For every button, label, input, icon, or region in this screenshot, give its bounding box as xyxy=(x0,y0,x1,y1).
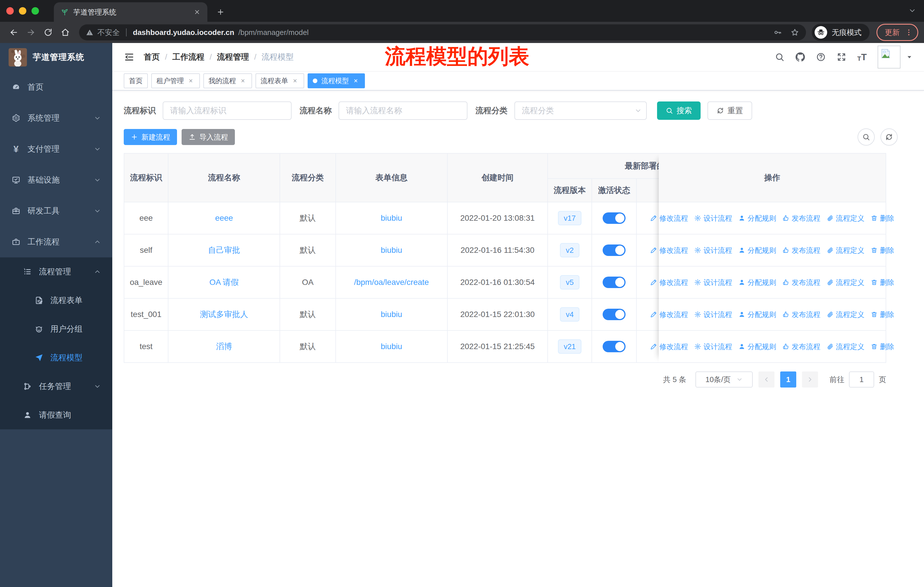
action-design-link[interactable]: 设计流程 xyxy=(694,213,732,223)
avatar[interactable] xyxy=(878,46,901,68)
version-badge[interactable]: v4 xyxy=(560,307,579,322)
action-design-link[interactable]: 设计流程 xyxy=(694,310,732,319)
breadcrumb-item[interactable]: 首页 xyxy=(144,51,160,63)
action-publish-link[interactable]: 发布流程 xyxy=(782,342,820,351)
form-info-link[interactable]: /bpm/oa/leave/create xyxy=(354,278,429,287)
action-delete-link[interactable]: 删除 xyxy=(871,278,894,287)
url-bar[interactable]: 不安全 dashboard.yudao.iocoder.cn/bpm/manag… xyxy=(79,24,806,40)
tag-home[interactable]: 首页 xyxy=(124,73,148,88)
active-toggle[interactable] xyxy=(602,341,625,352)
breadcrumb-item[interactable]: 工作流程 xyxy=(172,51,205,63)
tag-tenant[interactable]: 租户管理 × xyxy=(151,73,200,88)
sidebar-item-workflow[interactable]: 工作流程 xyxy=(0,227,112,257)
action-assign-user-link[interactable]: 分配规则 xyxy=(738,310,776,319)
tag-close-icon[interactable]: × xyxy=(187,77,195,85)
forward-button[interactable] xyxy=(23,24,39,40)
action-design-link[interactable]: 设计流程 xyxy=(694,246,732,255)
process-name-link[interactable]: 自己审批 xyxy=(208,246,240,255)
reload-button[interactable] xyxy=(40,24,56,40)
process-name-link[interactable]: eeee xyxy=(215,213,233,222)
toggle-search-button[interactable] xyxy=(858,128,875,146)
action-publish-link[interactable]: 发布流程 xyxy=(782,213,820,223)
tab-close-icon[interactable] xyxy=(193,7,201,17)
next-page-button[interactable] xyxy=(802,372,818,387)
action-assign-user-link[interactable]: 分配规则 xyxy=(738,278,776,287)
form-info-link[interactable]: biubiu xyxy=(381,310,402,319)
tag-my-process[interactable]: 我的流程 × xyxy=(203,73,252,88)
sidebar-item-payment[interactable]: ¥支付管理 xyxy=(0,134,112,165)
window-zoom-button[interactable] xyxy=(31,7,39,15)
action-edit-link[interactable]: 修改流程 xyxy=(650,310,688,319)
process-name-link[interactable]: 滔博 xyxy=(216,342,232,351)
tag-process-form[interactable]: 流程表单 × xyxy=(256,73,304,88)
sidebar-item-process-form[interactable]: 流程表单 xyxy=(0,286,112,315)
github-icon[interactable] xyxy=(795,52,805,62)
sidebar-item-process-mgmt[interactable]: 流程管理 xyxy=(0,257,112,286)
action-design-link[interactable]: 设计流程 xyxy=(694,278,732,287)
action-delete-link[interactable]: 删除 xyxy=(871,310,894,319)
action-definition-link[interactable]: 流程定义 xyxy=(827,246,865,255)
fullscreen-icon[interactable] xyxy=(837,52,846,62)
action-edit-link[interactable]: 修改流程 xyxy=(650,213,688,223)
action-delete-link[interactable]: 删除 xyxy=(871,213,894,223)
action-assign-user-link[interactable]: 分配规则 xyxy=(738,342,776,351)
window-close-button[interactable] xyxy=(6,7,14,15)
version-badge[interactable]: v5 xyxy=(560,275,579,289)
action-publish-link[interactable]: 发布流程 xyxy=(782,246,820,255)
form-info-link[interactable]: biubiu xyxy=(381,246,402,255)
action-publish-link[interactable]: 发布流程 xyxy=(782,310,820,319)
prev-page-button[interactable] xyxy=(759,372,774,387)
action-definition-link[interactable]: 流程定义 xyxy=(827,342,865,351)
process-name-link[interactable]: 测试多审批人 xyxy=(200,310,248,319)
back-button[interactable] xyxy=(6,24,22,40)
sidebar-item-system[interactable]: 系统管理 xyxy=(0,103,112,134)
version-badge[interactable]: v17 xyxy=(558,211,581,225)
browser-menu-kebab-icon[interactable] xyxy=(905,28,913,36)
action-delete-link[interactable]: 删除 xyxy=(871,342,894,351)
browser-update-button[interactable]: 更新 xyxy=(876,24,918,41)
sidebar-item-home[interactable]: 首页 xyxy=(0,72,112,103)
tab-search-caret-icon[interactable] xyxy=(909,7,916,14)
action-assign-user-link[interactable]: 分配规则 xyxy=(738,246,776,255)
home-button[interactable] xyxy=(57,24,73,40)
action-edit-link[interactable]: 修改流程 xyxy=(650,342,688,351)
active-toggle[interactable] xyxy=(602,309,625,320)
active-toggle[interactable] xyxy=(602,276,625,288)
action-delete-link[interactable]: 删除 xyxy=(871,246,894,255)
action-definition-link[interactable]: 流程定义 xyxy=(827,278,865,287)
sidebar-item-task-mgmt[interactable]: 任务管理 xyxy=(0,372,112,401)
font-size-icon[interactable]: TT xyxy=(857,52,867,63)
version-badge[interactable]: v21 xyxy=(558,339,581,354)
action-publish-link[interactable]: 发布流程 xyxy=(782,278,820,287)
action-definition-link[interactable]: 流程定义 xyxy=(827,310,865,319)
search-icon[interactable] xyxy=(775,52,784,62)
sidebar-item-devtools[interactable]: 研发工具 xyxy=(0,195,112,227)
create-process-button[interactable]: 新建流程 xyxy=(124,129,177,145)
active-toggle[interactable] xyxy=(602,212,625,224)
action-assign-user-link[interactable]: 分配规则 xyxy=(738,213,776,223)
sidebar-item-process-model[interactable]: 流程模型 xyxy=(0,343,112,372)
current-page-button[interactable]: 1 xyxy=(780,372,796,387)
tag-process-model[interactable]: 流程模型 × xyxy=(308,73,365,88)
sidebar-logo-row[interactable]: 芋道管理系统 xyxy=(0,43,112,72)
filter-name-input[interactable] xyxy=(338,101,467,120)
sidebar-collapse-icon[interactable] xyxy=(124,51,135,63)
tag-close-icon[interactable]: × xyxy=(352,77,360,85)
page-size-select[interactable]: 10条/页 xyxy=(695,372,753,387)
import-process-button[interactable]: 导入流程 xyxy=(182,129,235,145)
tag-close-icon[interactable]: × xyxy=(239,77,247,85)
form-info-link[interactable]: biubiu xyxy=(381,213,402,222)
sidebar-item-user-group[interactable]: 用户分组 xyxy=(0,315,112,343)
search-button[interactable]: 搜索 xyxy=(657,101,701,120)
bookmark-star-icon[interactable] xyxy=(790,28,799,37)
refresh-table-button[interactable] xyxy=(881,128,898,146)
reset-button[interactable]: 重置 xyxy=(708,101,752,120)
tag-close-icon[interactable]: × xyxy=(291,77,299,85)
filter-key-input[interactable] xyxy=(163,101,292,120)
window-minimize-button[interactable] xyxy=(19,7,26,15)
filter-category-select[interactable] xyxy=(515,101,647,120)
action-design-link[interactable]: 设计流程 xyxy=(694,342,732,351)
sidebar-item-leave-query[interactable]: 请假查询 xyxy=(0,401,112,429)
version-badge[interactable]: v2 xyxy=(560,243,579,257)
avatar-caret-icon[interactable] xyxy=(906,54,912,60)
